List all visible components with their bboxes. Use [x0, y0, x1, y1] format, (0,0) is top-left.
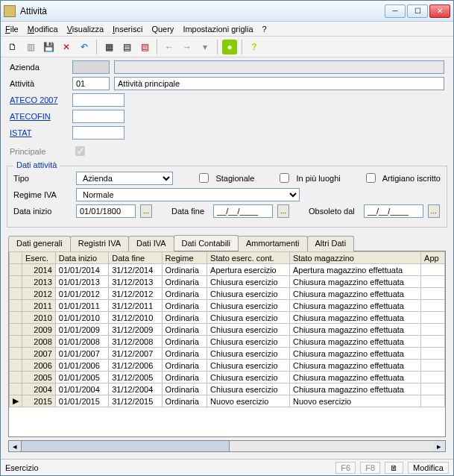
- attivita-desc-input[interactable]: [114, 77, 444, 90]
- undo-icon[interactable]: ↶: [77, 40, 92, 54]
- piuluoghi-label: In più luoghi: [296, 174, 340, 183]
- regime-label: Regime IVA: [13, 190, 72, 199]
- help-icon[interactable]: ?: [247, 40, 262, 54]
- statusbar: Esercizio F6 F8 🗎 Modifica: [1, 459, 453, 475]
- fwd-icon[interactable]: →: [180, 40, 195, 54]
- dati-attivita-fieldset: Dati attività Tipo Azienda Stagionale In…: [7, 166, 447, 228]
- close-button[interactable]: ✕: [429, 4, 450, 18]
- column-header[interactable]: Eserc.: [22, 252, 56, 264]
- status-f6[interactable]: F6: [335, 462, 356, 474]
- column-header[interactable]: Data inizio: [55, 252, 108, 264]
- titlebar: Attività ─ ☐ ✕: [1, 1, 453, 22]
- artigiano-label: Artigiano iscritto: [382, 174, 441, 183]
- table-row[interactable]: 201301/01/201331/12/2013OrdinariaChiusur…: [10, 276, 445, 288]
- stagionale-checkbox[interactable]: [199, 173, 209, 183]
- istat-input[interactable]: [72, 126, 124, 140]
- stagionale-label: Stagionale: [215, 174, 254, 183]
- tipo-select[interactable]: Azienda: [76, 172, 173, 185]
- grid-scrollbar[interactable]: ◂ ▸: [8, 440, 446, 452]
- azienda-label: Azienda: [10, 63, 68, 72]
- open-icon[interactable]: ▥: [23, 40, 38, 54]
- datainizio-picker-button[interactable]: …: [140, 204, 152, 218]
- menu-help[interactable]: ?: [262, 25, 267, 34]
- artigiano-checkbox[interactable]: [366, 173, 376, 183]
- table-row[interactable]: ▶201501/01/201531/12/2015OrdinariaNuovo …: [10, 395, 445, 407]
- datainizio-label: Data inizio: [13, 207, 72, 216]
- status-mode: Modifica: [408, 462, 449, 474]
- back-icon[interactable]: ←: [162, 40, 177, 54]
- table-row[interactable]: 201401/01/201431/12/2014OrdinariaApertur…: [10, 264, 445, 276]
- menu-visualizza[interactable]: Visualizza: [67, 25, 104, 34]
- table-row[interactable]: 200401/01/200431/12/2004OrdinariaChiusur…: [10, 383, 445, 395]
- table-row[interactable]: 201201/01/201231/12/2012OrdinariaChiusur…: [10, 288, 445, 300]
- tab-ammortamenti[interactable]: Ammortamenti: [238, 236, 308, 251]
- window-title: Attività: [20, 6, 385, 16]
- table-row[interactable]: 201101/01/201131/12/2011OrdinariaChiusur…: [10, 300, 445, 312]
- regime-select[interactable]: Normale: [76, 188, 300, 201]
- scroll-left-icon[interactable]: ◂: [9, 441, 21, 451]
- toolbar: 🗋 ▥ 💾 ✕ ↶ ▦ ▤ ▤ ← → ▾ ● ?: [1, 37, 453, 57]
- maximize-button[interactable]: ☐: [407, 4, 428, 18]
- tabstrip: Dati generaliRegistri IVADati IVADati Co…: [8, 235, 446, 251]
- fieldset-legend: Dati attività: [13, 160, 60, 169]
- grid-icon[interactable]: ▦: [101, 40, 116, 54]
- table-row[interactable]: 200701/01/200731/12/2007OrdinariaChiusur…: [10, 348, 445, 360]
- istat-link[interactable]: ISTAT: [10, 128, 68, 137]
- obsoleto-label: Obsoleto dal: [309, 207, 355, 216]
- status-label: Esercizio: [5, 463, 39, 472]
- obsoleto-picker-button[interactable]: …: [428, 204, 440, 218]
- column-header[interactable]: Stato magazzino: [289, 252, 420, 264]
- datafine-input[interactable]: [213, 204, 273, 218]
- tab-dati-contabili[interactable]: Dati Contabili: [174, 235, 239, 251]
- tab-registri-iva[interactable]: Registri IVA: [70, 236, 129, 251]
- menu-query[interactable]: Query: [151, 25, 174, 34]
- status-f8[interactable]: F8: [360, 462, 380, 474]
- datafine-picker-button[interactable]: …: [277, 204, 289, 218]
- ateco2007-input[interactable]: [72, 93, 124, 107]
- menu-modifica[interactable]: Modifica: [28, 25, 58, 34]
- scroll-thumb[interactable]: [21, 441, 230, 451]
- table-row[interactable]: 200601/01/200631/12/2006OrdinariaChiusur…: [10, 360, 445, 372]
- azienda-code-input[interactable]: [72, 60, 110, 74]
- azienda-desc-input[interactable]: [114, 60, 444, 74]
- new-icon[interactable]: 🗋: [5, 40, 20, 54]
- tipo-label: Tipo: [13, 174, 72, 183]
- filter-icon[interactable]: ▤: [119, 40, 134, 54]
- table-row[interactable]: 200501/01/200531/12/2005OrdinariaChiusur…: [10, 372, 445, 383]
- last-icon[interactable]: ▾: [198, 40, 212, 54]
- datainizio-input[interactable]: [76, 204, 136, 218]
- grid[interactable]: Eserc.Data inizioData fineRegimeStato es…: [8, 251, 446, 437]
- menubar: FFileile Modifica Visualizza Inserisci Q…: [1, 22, 453, 37]
- tab-dati-generali[interactable]: Dati generali: [8, 236, 71, 251]
- piuluoghi-checkbox[interactable]: [280, 173, 289, 183]
- tab-dati-iva[interactable]: Dati IVA: [128, 236, 174, 251]
- menu-inserisci[interactable]: Inserisci: [113, 25, 142, 34]
- delete-icon[interactable]: ✕: [59, 40, 74, 54]
- column-header[interactable]: Regime: [162, 252, 206, 264]
- table-row[interactable]: 200801/01/200831/12/2008OrdinariaChiusur…: [10, 336, 445, 348]
- scroll-right-icon[interactable]: ▸: [433, 441, 445, 451]
- column-header[interactable]: Stato eserc. cont.: [207, 252, 290, 264]
- attivita-label: Attività: [10, 79, 68, 88]
- obsoleto-input[interactable]: [364, 204, 423, 218]
- status-doc-icon[interactable]: 🗎: [385, 462, 403, 474]
- attivita-code-input[interactable]: [72, 77, 110, 90]
- column-header[interactable]: App: [421, 252, 445, 264]
- minimize-button[interactable]: ─: [385, 4, 406, 18]
- tab-altri-dati[interactable]: Altri Dati: [307, 236, 355, 251]
- column-header[interactable]: [10, 252, 22, 264]
- menu-griglia[interactable]: Impostazioni griglia: [183, 25, 253, 34]
- table-row[interactable]: 200901/01/200931/12/2009OrdinariaChiusur…: [10, 324, 445, 336]
- save-icon[interactable]: 💾: [41, 40, 56, 54]
- atecofin-input[interactable]: [72, 110, 124, 123]
- app-icon: [4, 5, 16, 17]
- ateco2007-link[interactable]: ATECO 2007: [10, 95, 68, 104]
- column-header[interactable]: Data fine: [109, 252, 162, 264]
- status-icon[interactable]: ●: [222, 40, 237, 54]
- nofilter-icon[interactable]: ▤: [137, 40, 152, 54]
- principale-checkbox: [75, 146, 85, 156]
- atecofin-link[interactable]: ATECOFIN: [10, 112, 68, 121]
- table-row[interactable]: 201001/01/201031/12/2010OrdinariaChiusur…: [10, 312, 445, 324]
- menu-file[interactable]: FFileile: [5, 25, 19, 34]
- datafine-label: Data fine: [171, 207, 204, 216]
